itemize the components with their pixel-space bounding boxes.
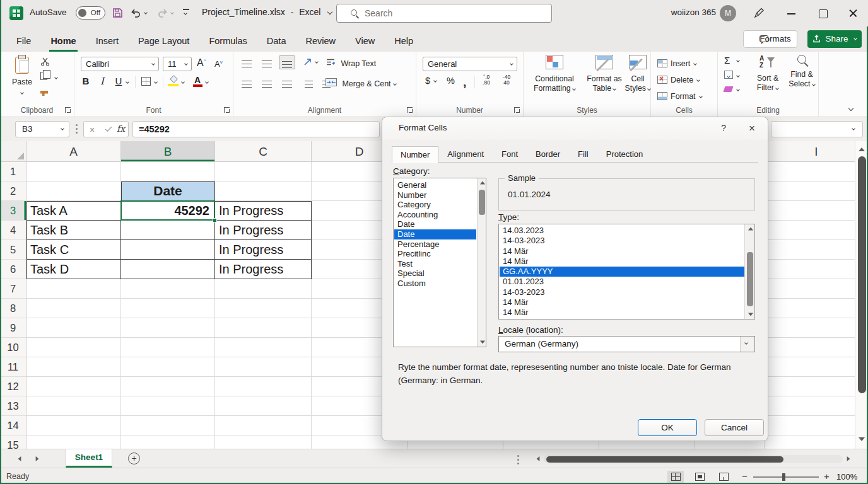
fill-color-chevron-icon[interactable] bbox=[181, 80, 185, 84]
cell-I6[interactable] bbox=[765, 260, 868, 279]
cell-B6[interactable] bbox=[121, 260, 215, 279]
ok-button[interactable]: OK bbox=[638, 419, 697, 436]
redo-chevron-icon[interactable] bbox=[170, 11, 174, 14]
number-dialog-launcher[interactable] bbox=[514, 107, 520, 113]
cell-A14[interactable] bbox=[26, 416, 121, 435]
cell-C3[interactable]: In Progress bbox=[215, 201, 312, 221]
cell-C12[interactable] bbox=[215, 377, 312, 396]
formula-input[interactable]: =45292 bbox=[132, 121, 380, 137]
type-scroll-down-icon[interactable] bbox=[748, 313, 753, 316]
hscroll-right-icon[interactable] bbox=[847, 456, 850, 461]
tab-view[interactable]: View bbox=[354, 36, 376, 52]
font-color-button[interactable]: A bbox=[194, 75, 201, 85]
page-layout-view-button[interactable] bbox=[691, 471, 708, 483]
close-button[interactable] bbox=[839, 0, 867, 26]
align-bottom-button[interactable] bbox=[279, 55, 295, 69]
ink-pen-icon[interactable] bbox=[753, 7, 765, 19]
dialog-tab-alignment[interactable]: Alignment bbox=[438, 146, 493, 162]
vertical-scroll-thumb[interactable] bbox=[858, 156, 866, 393]
align-top-button[interactable] bbox=[238, 55, 255, 69]
cell-I11[interactable] bbox=[765, 357, 868, 377]
borders-chevron-icon[interactable] bbox=[154, 80, 158, 84]
cell-styles-button[interactable]: Cell Styles bbox=[625, 55, 651, 93]
type-item-01-01-2023[interactable]: 01.01.2023 bbox=[500, 277, 744, 287]
clear-button[interactable] bbox=[723, 86, 733, 92]
type-item-gg-aa-yyyy[interactable]: GG.AA.YYYY bbox=[500, 267, 744, 277]
cut-button[interactable] bbox=[40, 57, 68, 69]
category-item-test[interactable]: Test bbox=[394, 259, 476, 269]
scroll-up-icon[interactable] bbox=[859, 147, 865, 151]
format-painter-button[interactable] bbox=[40, 87, 68, 100]
tab-help[interactable]: Help bbox=[393, 36, 414, 52]
category-item-precitlinc[interactable]: Precitlinc bbox=[394, 249, 476, 259]
column-header-b[interactable]: B bbox=[121, 141, 215, 162]
wrap-text-button[interactable]: Wrap Text bbox=[326, 57, 376, 69]
tab-formulas[interactable]: Formulas bbox=[208, 36, 248, 52]
cell-B1[interactable] bbox=[121, 162, 215, 182]
cell-B10[interactable] bbox=[121, 338, 215, 357]
dialog-help-button[interactable]: ? bbox=[721, 123, 726, 133]
category-scroll-thumb[interactable] bbox=[479, 190, 485, 215]
row-header-13[interactable]: 13 bbox=[0, 396, 26, 416]
tab-review[interactable]: Review bbox=[304, 36, 337, 52]
type-item-14-03-2023[interactable]: 14-03-2023 bbox=[500, 236, 744, 246]
cell-B14[interactable] bbox=[121, 416, 215, 435]
format-as-table-button[interactable]: Format as Table bbox=[584, 55, 625, 93]
cell-C9[interactable] bbox=[215, 318, 312, 338]
cell-A5[interactable]: Task C bbox=[26, 240, 121, 260]
cell-A4[interactable]: Task B bbox=[26, 221, 121, 240]
category-scroll-up-icon[interactable] bbox=[480, 182, 485, 185]
cell-C5[interactable]: In Progress bbox=[215, 240, 312, 260]
type-item-14-03-2023[interactable]: 14-03-2023 bbox=[500, 287, 744, 297]
increase-decimal-button[interactable]: °.0.80 bbox=[478, 74, 495, 86]
comma-button[interactable]: , bbox=[463, 76, 466, 89]
dialog-tab-font[interactable]: Font bbox=[493, 146, 527, 162]
grow-font-button[interactable]: A^ bbox=[197, 57, 206, 69]
cell-C13[interactable] bbox=[215, 396, 312, 416]
cell-C4[interactable]: In Progress bbox=[215, 221, 312, 240]
font-color-chevron-icon[interactable] bbox=[205, 80, 209, 84]
cell-A2[interactable] bbox=[26, 182, 121, 201]
font-family-select[interactable]: Calibri bbox=[81, 57, 159, 71]
cell-I13[interactable] bbox=[765, 396, 868, 416]
cell-I3[interactable] bbox=[765, 201, 868, 221]
column-header-i[interactable]: I bbox=[765, 141, 868, 162]
category-item-general[interactable]: General bbox=[394, 180, 476, 190]
category-item-custom[interactable]: Custom bbox=[394, 279, 476, 289]
font-dialog-launcher[interactable] bbox=[224, 107, 230, 113]
conditional-formatting-button[interactable]: Conditional Formatting bbox=[526, 55, 583, 93]
dialog-close-button[interactable]: × bbox=[749, 122, 755, 135]
category-item-accounting[interactable]: Accounting bbox=[394, 210, 476, 220]
row-header-14[interactable]: 14 bbox=[0, 416, 26, 435]
cell-A1[interactable] bbox=[26, 162, 121, 182]
dialog-tab-fill[interactable]: Fill bbox=[569, 146, 597, 162]
type-item-14-m-r[interactable]: 14 Mär bbox=[500, 246, 744, 256]
redo-icon[interactable] bbox=[156, 8, 168, 18]
orientation-icon[interactable] bbox=[303, 57, 314, 67]
currency-chevron-icon[interactable] bbox=[433, 79, 437, 83]
insert-function-icon[interactable]: fx bbox=[117, 124, 125, 134]
cell-I5[interactable] bbox=[765, 240, 868, 260]
type-item-14-03-2023[interactable]: 14.03.2023 bbox=[500, 226, 744, 236]
sheet-tab-sheet1[interactable]: Sheet1 bbox=[66, 449, 112, 468]
font-size-select[interactable]: 11 bbox=[163, 57, 192, 71]
qat-customize-icon[interactable] bbox=[183, 9, 189, 10]
maximize-button[interactable] bbox=[809, 0, 836, 26]
avatar[interactable]: M bbox=[720, 5, 736, 21]
cell-A3[interactable]: Task A bbox=[26, 201, 121, 221]
cell-C6[interactable]: In Progress bbox=[215, 260, 312, 279]
cancel-entry-icon[interactable]: × bbox=[90, 125, 95, 135]
row-header-6[interactable]: 6 bbox=[0, 260, 26, 279]
fill-handle[interactable] bbox=[213, 218, 217, 222]
fill-chevron-icon[interactable] bbox=[736, 74, 740, 78]
bold-button[interactable]: B bbox=[79, 76, 92, 86]
dialog-tab-protection[interactable]: Protection bbox=[597, 146, 652, 162]
cell-A13[interactable] bbox=[26, 396, 121, 416]
underline-chevron-icon[interactable] bbox=[126, 80, 129, 84]
dialog-tab-border[interactable]: Border bbox=[527, 146, 569, 162]
cell-A8[interactable] bbox=[26, 299, 121, 318]
cell-B13[interactable] bbox=[121, 396, 215, 416]
cell-C10[interactable] bbox=[215, 338, 312, 357]
save-icon[interactable] bbox=[112, 8, 123, 18]
row-header-3[interactable]: 3 bbox=[0, 201, 26, 221]
